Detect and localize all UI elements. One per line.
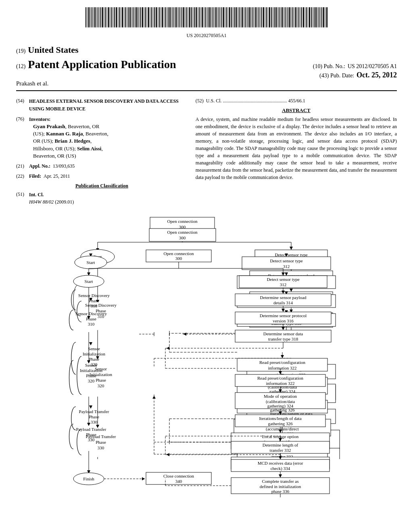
svg-rect-12 <box>104 7 104 27</box>
svg-rect-39 <box>145 7 146 27</box>
svg-rect-129 <box>284 7 284 27</box>
svg-rect-78 <box>205 7 206 27</box>
svg-rect-151 <box>317 7 318 27</box>
svg-rect-112 <box>257 7 258 27</box>
svg-rect-16 <box>110 7 111 27</box>
appl-value: 13/093,635 <box>53 163 75 170</box>
svg-rect-49 <box>161 7 161 27</box>
svg-rect-135 <box>292 7 293 27</box>
svg-rect-95 <box>231 7 232 27</box>
svg-text:330: 330 <box>88 437 95 442</box>
svg-rect-81 <box>209 7 211 27</box>
svg-rect-37 <box>142 7 143 27</box>
appl-num: (21) <box>16 163 27 170</box>
svg-rect-31 <box>133 7 133 27</box>
svg-rect-30 <box>131 7 132 27</box>
svg-rect-136 <box>294 7 294 27</box>
main-divider <box>16 90 397 91</box>
svg-rect-45 <box>154 7 155 27</box>
svg-rect-132 <box>288 7 288 27</box>
svg-text:320: 320 <box>88 378 95 383</box>
svg-rect-58 <box>174 7 175 27</box>
svg-rect-26 <box>125 7 126 27</box>
svg-rect-8 <box>98 7 98 27</box>
svg-text:Determine sensor payload: Determine sensor payload <box>260 295 307 300</box>
svg-marker-381 <box>279 371 282 374</box>
svg-rect-131 <box>286 7 287 27</box>
svg-rect-115 <box>261 7 262 27</box>
svg-rect-87 <box>219 7 219 27</box>
svg-rect-0 <box>86 7 86 27</box>
svg-rect-117 <box>265 7 265 27</box>
pub-no-value: US 2012/0270505 A1 <box>348 62 397 71</box>
svg-text:300: 300 <box>175 256 182 261</box>
svg-rect-83 <box>213 7 213 27</box>
svg-rect-3 <box>90 7 91 27</box>
svg-text:Initialization: Initialization <box>80 368 103 373</box>
svg-text:Close connection: Close connection <box>163 474 194 478</box>
svg-rect-141 <box>301 7 302 27</box>
pub-date-label: (43) Pub. Date: <box>319 72 354 80</box>
svg-rect-93 <box>228 7 228 27</box>
svg-rect-61 <box>179 7 179 27</box>
inventors-num: (76) <box>16 116 27 160</box>
svg-rect-50 <box>162 7 163 27</box>
svg-rect-102 <box>242 7 243 27</box>
svg-text:Phase: Phase <box>86 373 96 378</box>
title-label: HEADLESS EXTERNAL SENSOR DISCOVERY AND D… <box>29 98 179 111</box>
svg-rect-121 <box>271 7 272 27</box>
svg-rect-144 <box>306 7 307 27</box>
svg-rect-140 <box>300 7 300 27</box>
svg-rect-155 <box>323 7 324 27</box>
svg-rect-68 <box>189 7 190 27</box>
svg-rect-67 <box>188 7 188 27</box>
patent-app-label: (12) <box>16 62 25 71</box>
country-label: (19) <box>16 47 25 55</box>
svg-rect-13 <box>105 7 106 27</box>
svg-rect-60 <box>177 7 178 27</box>
pub-class-header: Publication Classification <box>16 183 188 189</box>
svg-rect-54 <box>168 7 169 27</box>
svg-text:Phase: Phase <box>86 432 96 437</box>
inventors-line: Prakash et al. <box>16 79 397 88</box>
svg-rect-36 <box>140 7 141 27</box>
svg-text:Mode of operation: Mode of operation <box>264 394 297 399</box>
svg-marker-443 <box>142 477 145 480</box>
svg-text:Phase: Phase <box>86 316 96 321</box>
title-field-row: (54) HEADLESS EXTERNAL SENSOR DISCOVERY … <box>16 98 188 112</box>
svg-rect-119 <box>268 7 268 27</box>
svg-rect-11 <box>102 7 103 27</box>
svg-rect-149 <box>314 7 315 27</box>
svg-rect-51 <box>164 7 164 27</box>
svg-text:Sensor Discovery: Sensor Discovery <box>75 311 107 316</box>
svg-rect-24 <box>122 7 123 27</box>
svg-rect-53 <box>167 7 167 27</box>
svg-rect-14 <box>107 7 107 27</box>
svg-rect-72 <box>196 7 197 27</box>
svg-rect-88 <box>220 7 221 27</box>
svg-text:Determine length of: Determine length of <box>263 443 298 447</box>
inventors-field-row: (76) Inventors: Gyan Prakash, Beaverton,… <box>16 116 188 160</box>
svg-rect-43 <box>151 7 152 27</box>
svg-rect-5 <box>93 7 94 27</box>
svg-text:Determine sensor data: Determine sensor data <box>263 331 303 336</box>
svg-rect-120 <box>269 7 270 27</box>
svg-rect-62 <box>180 7 181 27</box>
svg-rect-29 <box>129 7 131 27</box>
svg-rect-96 <box>233 7 233 27</box>
svg-rect-91 <box>225 7 225 27</box>
svg-text:312: 312 <box>280 282 287 287</box>
svg-rect-99 <box>238 7 238 27</box>
svg-rect-125 <box>277 7 278 27</box>
svg-marker-359 <box>282 309 285 312</box>
svg-rect-77 <box>204 7 204 27</box>
svg-rect-42 <box>150 7 150 27</box>
svg-rect-90 <box>223 7 224 27</box>
svg-text:MCD receives data (error: MCD receives data (error <box>258 461 303 466</box>
svg-rect-35 <box>139 7 140 27</box>
svg-rect-146 <box>309 7 310 27</box>
svg-text:310: 310 <box>88 322 95 326</box>
svg-text:transfer type 318: transfer type 318 <box>268 337 298 341</box>
svg-text:check) 334: check) 334 <box>271 466 290 471</box>
left-column: (54) HEADLESS EXTERNAL SENSOR DISCOVERY … <box>16 98 188 209</box>
